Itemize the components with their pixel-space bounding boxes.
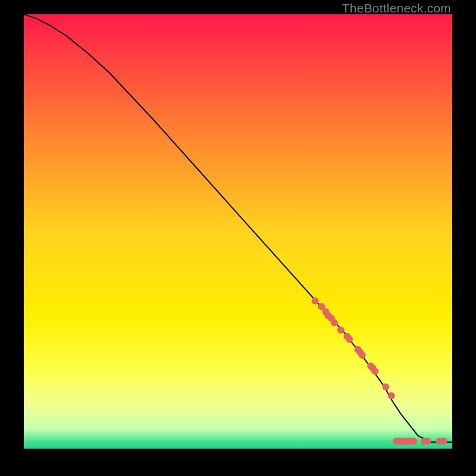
scatter-point — [424, 438, 431, 445]
watermark-text: TheBottleneck.com — [342, 1, 451, 15]
scatter-point — [410, 438, 417, 445]
scatter-point — [388, 392, 395, 399]
scatter-point — [312, 298, 319, 305]
chart-background — [24, 14, 452, 449]
scatter-point — [331, 319, 338, 326]
scatter-point — [337, 327, 345, 334]
chart-svg — [24, 14, 452, 449]
scatter-point — [382, 383, 389, 390]
scatter-point — [359, 352, 366, 359]
chart-frame — [24, 14, 452, 449]
scatter-point — [440, 438, 447, 445]
scatter-point — [346, 336, 353, 343]
scatter-point — [371, 368, 378, 375]
